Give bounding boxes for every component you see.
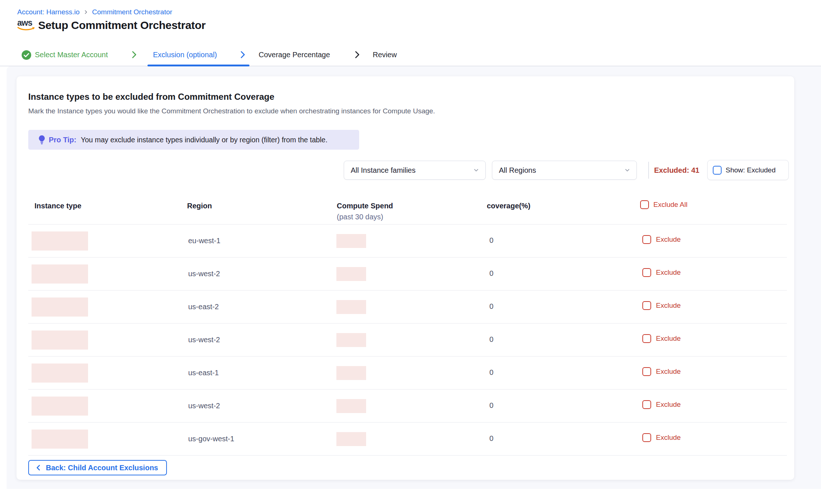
breadcrumb: Account: Harness.io Commitment Orchestra… [17, 8, 172, 16]
regions-value: All Regions [499, 166, 536, 175]
table-header: Instance type Region Compute Spend (past… [28, 201, 787, 224]
coverage-cell: 0 [489, 236, 493, 245]
region-cell: us-west-2 [188, 336, 220, 344]
exclude-checkbox[interactable] [642, 400, 651, 409]
show-excluded-checkbox[interactable] [713, 166, 722, 175]
step-review[interactable]: Review [373, 51, 397, 59]
step-select-master-account[interactable]: Select Master Account [35, 51, 108, 59]
region-cell: eu-west-1 [188, 237, 220, 245]
back-button-label: Back: Child Account Exclusions [46, 464, 158, 472]
exclude-label: Exclude [656, 302, 681, 310]
exclude-control[interactable]: Exclude [642, 268, 681, 277]
redacted-instance-type [32, 364, 88, 383]
exclude-checkbox[interactable] [642, 433, 651, 442]
breadcrumb-chevron-icon [83, 10, 88, 15]
regions-select[interactable]: All Regions [492, 161, 637, 180]
redacted-instance-type [32, 264, 88, 284]
table-row: us-gov-west-1 0 Exclude [28, 423, 787, 456]
exclude-label: Exclude [656, 335, 681, 343]
stepper: Select Master Account Exclusion (optiona… [0, 44, 821, 66]
filter-divider [648, 162, 649, 179]
redacted-compute-spend [336, 333, 366, 347]
redacted-instance-type [32, 430, 88, 449]
chevron-down-icon [624, 167, 631, 174]
breadcrumb-page-link[interactable]: Commitment Orchestrator [92, 8, 172, 16]
exclude-all-control[interactable]: Exclude All [640, 200, 687, 209]
table-row: eu-west-1 0 Exclude [28, 224, 787, 258]
table-row: us-east-2 0 Exclude [28, 291, 787, 324]
col-coverage: coverage(%) [487, 202, 530, 210]
region-cell: us-east-2 [188, 303, 219, 311]
exclude-control[interactable]: Exclude [642, 367, 681, 376]
step-exclusion[interactable]: Exclusion (optional) [153, 51, 217, 59]
table-row: us-west-2 0 Exclude [28, 324, 787, 357]
region-cell: us-gov-west-1 [188, 435, 234, 443]
step-coverage-percentage[interactable]: Coverage Percentage [259, 51, 330, 59]
exclude-label: Exclude [656, 401, 681, 409]
show-excluded-label: Show: Excluded [726, 166, 776, 174]
instance-families-select[interactable]: All Instance families [344, 161, 486, 180]
chevron-right-icon [238, 50, 247, 59]
table-row: us-east-1 0 Exclude [28, 357, 787, 390]
aws-smile-icon [17, 26, 36, 32]
col-compute-spend-sub: (past 30 days) [337, 213, 383, 221]
exclude-checkbox[interactable] [642, 367, 651, 376]
show-excluded-toggle[interactable]: Show: Excluded [707, 160, 789, 180]
lightbulb-icon [38, 135, 46, 145]
aws-logo: aws [17, 19, 36, 32]
region-cell: us-west-2 [188, 402, 220, 410]
exclude-control[interactable]: Exclude [642, 235, 681, 244]
table-body: eu-west-1 0 Exclude us-west-2 0 Exclude [28, 224, 787, 456]
back-button[interactable]: Back: Child Account Exclusions [28, 460, 167, 475]
col-compute-spend: Compute Spend [337, 202, 393, 210]
exclude-all-checkbox[interactable] [640, 200, 649, 209]
coverage-cell: 0 [489, 269, 493, 278]
exclude-control[interactable]: Exclude [642, 334, 681, 343]
redacted-instance-type [32, 397, 88, 416]
col-instance-type: Instance type [34, 202, 81, 210]
coverage-cell: 0 [489, 401, 493, 410]
exclude-control[interactable]: Exclude [642, 400, 681, 409]
region-cell: us-east-1 [188, 369, 219, 377]
exclude-checkbox[interactable] [642, 334, 651, 343]
exclude-checkbox[interactable] [642, 235, 651, 244]
coverage-cell: 0 [489, 302, 493, 311]
content-panel: Instance types to be excluded from Commi… [7, 66, 821, 489]
exclude-checkbox[interactable] [642, 301, 651, 310]
aws-logo-text: aws [17, 19, 36, 26]
exclude-label: Exclude [656, 434, 681, 442]
card-title: Instance types to be excluded from Commi… [28, 92, 274, 102]
exclude-control[interactable]: Exclude [642, 301, 681, 310]
redacted-compute-spend [336, 300, 366, 314]
redacted-compute-spend [336, 267, 366, 281]
region-cell: us-west-2 [188, 270, 220, 278]
chevron-down-icon [473, 167, 479, 174]
exclude-label: Exclude [656, 368, 681, 376]
chevron-right-icon [352, 50, 362, 59]
check-circle-icon [21, 50, 32, 60]
redacted-compute-spend [336, 432, 366, 446]
exclude-label: Exclude [656, 269, 681, 277]
instance-families-value: All Instance families [351, 166, 416, 175]
exclude-all-label: Exclude All [653, 201, 687, 209]
coverage-cell: 0 [489, 434, 493, 443]
redacted-instance-type [32, 231, 88, 251]
exclude-control[interactable]: Exclude [642, 433, 681, 442]
pro-tip-banner: Pro Tip: You may exclude instance types … [28, 130, 359, 150]
redacted-instance-type [32, 297, 88, 317]
card-subtitle: Mark the Instance types you would like t… [28, 107, 435, 115]
redacted-compute-spend [336, 399, 366, 413]
table-row: us-west-2 0 Exclude [28, 258, 787, 291]
table-row: us-west-2 0 Exclude [28, 390, 787, 423]
excluded-count-badge: Excluded: 41 [654, 161, 699, 180]
pro-tip-label: Pro Tip: [49, 136, 76, 144]
redacted-compute-spend [336, 366, 366, 380]
col-region: Region [187, 202, 212, 210]
chevron-left-icon [35, 464, 42, 471]
coverage-cell: 0 [489, 368, 493, 377]
pro-tip-text: You may exclude instance types individua… [81, 136, 327, 144]
exclude-checkbox[interactable] [642, 268, 651, 277]
breadcrumb-account-link[interactable]: Account: Harness.io [17, 8, 80, 16]
coverage-cell: 0 [489, 335, 493, 344]
redacted-instance-type [32, 330, 88, 350]
